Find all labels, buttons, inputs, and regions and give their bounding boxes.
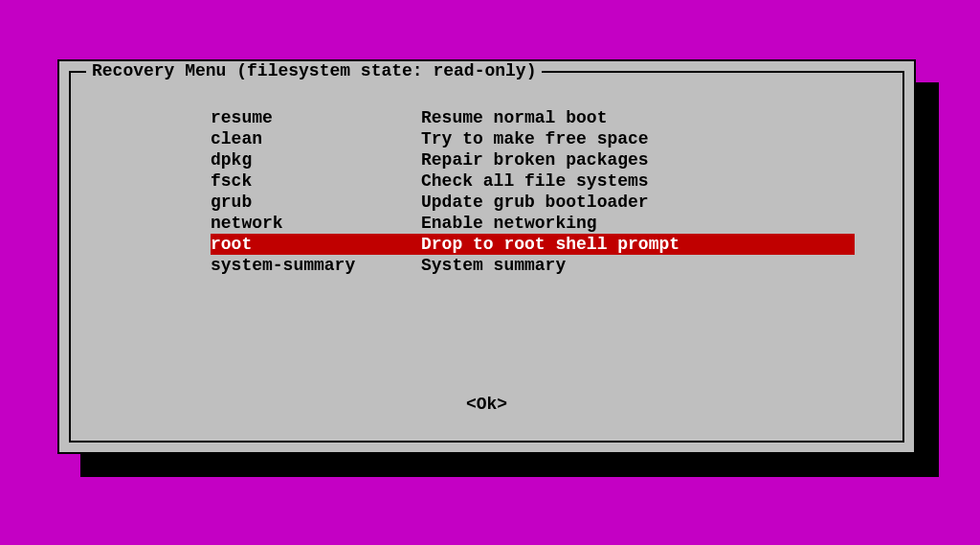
menu-item-key: grub [211, 192, 421, 213]
menu-item-desc: Try to make free space [421, 128, 855, 149]
menu-item-desc: Enable networking [421, 213, 855, 234]
menu-list: resume Resume normal boot clean Try to m… [211, 107, 855, 276]
menu-item-desc: System summary [421, 255, 855, 276]
menu-item-desc: Repair broken packages [421, 149, 855, 170]
menu-item-root[interactable]: root Drop to root shell prompt [211, 234, 855, 255]
dialog-title: Recovery Menu (filesystem state: read-on… [86, 61, 542, 80]
menu-item-desc: Resume normal boot [421, 107, 855, 128]
dialog-inner-border: Recovery Menu (filesystem state: read-on… [69, 71, 904, 443]
menu-item-dpkg[interactable]: dpkg Repair broken packages [211, 149, 855, 170]
menu-item-fsck[interactable]: fsck Check all file systems [211, 170, 855, 192]
menu-item-resume[interactable]: resume Resume normal boot [211, 107, 855, 128]
menu-item-desc: Drop to root shell prompt [421, 234, 855, 255]
menu-item-key: fsck [211, 170, 421, 192]
ok-button[interactable]: <Ok> [71, 395, 902, 414]
menu-item-system-summary[interactable]: system-summary System summary [211, 255, 855, 276]
menu-item-clean[interactable]: clean Try to make free space [211, 128, 855, 149]
menu-item-network[interactable]: network Enable networking [211, 213, 855, 234]
menu-item-desc: Check all file systems [421, 170, 855, 192]
menu-item-key: dpkg [211, 149, 421, 170]
menu-item-key: root [211, 234, 421, 255]
menu-item-key: resume [211, 107, 421, 128]
recovery-menu-dialog: Recovery Menu (filesystem state: read-on… [57, 59, 916, 454]
menu-item-key: network [211, 213, 421, 234]
menu-item-key: clean [211, 128, 421, 149]
menu-item-desc: Update grub bootloader [421, 192, 855, 213]
menu-item-grub[interactable]: grub Update grub bootloader [211, 192, 855, 213]
menu-item-key: system-summary [211, 255, 421, 276]
